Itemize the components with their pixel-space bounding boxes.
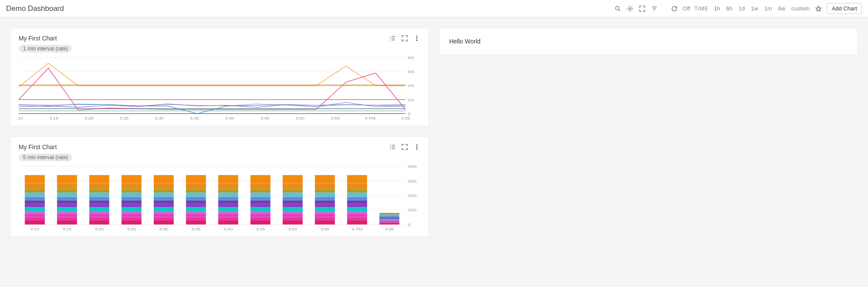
svg-point-13: [416, 36, 417, 37]
legend-icon[interactable]: [389, 34, 396, 42]
svg-rect-154: [251, 217, 271, 220]
svg-rect-147: [218, 200, 238, 204]
svg-rect-152: [218, 175, 238, 184]
svg-rect-177: [315, 220, 335, 224]
svg-rect-72: [25, 211, 45, 214]
svg-rect-106: [122, 217, 142, 220]
svg-rect-164: [251, 175, 271, 184]
star-icon[interactable]: [815, 5, 822, 13]
time-range-1m[interactable]: 1m: [763, 5, 773, 12]
svg-rect-79: [25, 184, 45, 189]
svg-text:3:30: 3:30: [159, 227, 168, 232]
more-icon[interactable]: [413, 143, 421, 151]
svg-rect-132: [186, 211, 206, 214]
svg-rect-111: [122, 200, 142, 204]
svg-rect-86: [57, 204, 77, 207]
page-title: Demo Dashboard: [6, 4, 64, 13]
topbar-actions: Off TIME 1h6h1d1w1m6wcustom Add Chart: [614, 3, 862, 14]
svg-rect-169: [283, 207, 303, 211]
svg-rect-78: [25, 189, 45, 192]
chart-title: My First Chart: [19, 35, 57, 42]
svg-rect-180: [315, 211, 335, 214]
svg-rect-115: [122, 184, 142, 189]
svg-rect-202: [380, 222, 399, 223]
fullscreen-icon[interactable]: [638, 5, 646, 13]
svg-rect-136: [186, 197, 206, 200]
svg-text:3:30: 3:30: [155, 116, 164, 121]
svg-rect-87: [57, 200, 77, 204]
svg-rect-93: [89, 220, 109, 224]
expand-icon[interactable]: [401, 143, 409, 151]
filter-icon[interactable]: [650, 5, 658, 13]
svg-rect-103: [89, 184, 109, 189]
svg-text:3:25: 3:25: [120, 116, 129, 121]
svg-rect-94: [89, 217, 109, 220]
chart-1-plot[interactable]: 8/s6/s4/s2/s03:103:153:203:253:303:353:4…: [19, 56, 421, 121]
chart-2-plot[interactable]: 80/s60/s40/s20/s03:103:153:203:253:303:3…: [19, 165, 421, 232]
svg-text:3:15: 3:15: [63, 227, 72, 232]
svg-rect-109: [122, 207, 142, 211]
svg-text:4:05: 4:05: [385, 227, 394, 232]
svg-marker-6: [816, 6, 821, 11]
svg-text:3:45: 3:45: [256, 227, 265, 232]
svg-rect-158: [251, 204, 271, 207]
svg-rect-80: [25, 175, 45, 184]
svg-rect-108: [122, 211, 142, 214]
svg-rect-187: [315, 184, 335, 189]
svg-rect-95: [89, 214, 109, 217]
svg-rect-145: [218, 207, 238, 211]
time-range-1d[interactable]: 1d: [738, 5, 746, 12]
svg-rect-205: [380, 219, 399, 220]
svg-text:4 PM: 4 PM: [365, 116, 376, 121]
refresh-state-label[interactable]: Off: [683, 5, 690, 12]
svg-text:40/s: 40/s: [408, 193, 417, 198]
svg-rect-98: [89, 204, 109, 207]
svg-text:4/s: 4/s: [408, 83, 414, 88]
chart-card-2: My First Chart 5 min interval (rate) 80/…: [10, 137, 429, 237]
time-range-custom[interactable]: custom: [791, 5, 811, 12]
svg-text:3:15: 3:15: [50, 116, 59, 121]
svg-text:3:10: 3:10: [30, 227, 40, 232]
time-range-1w[interactable]: 1w: [750, 5, 759, 12]
svg-rect-143: [218, 214, 238, 217]
svg-rect-100: [89, 197, 109, 200]
svg-rect-75: [25, 200, 45, 204]
svg-rect-133: [186, 207, 206, 211]
refresh-icon[interactable]: [670, 5, 678, 13]
svg-rect-113: [122, 193, 142, 197]
time-range-6w[interactable]: 6w: [777, 5, 786, 12]
add-chart-button[interactable]: Add Chart: [827, 3, 862, 14]
gear-icon[interactable]: [626, 5, 634, 13]
interval-pill[interactable]: 5 min interval (rate): [19, 154, 72, 161]
svg-rect-167: [283, 214, 303, 217]
search-icon[interactable]: [614, 5, 622, 13]
svg-rect-107: [122, 214, 142, 217]
time-range-6h[interactable]: 6h: [725, 5, 733, 12]
svg-text:3:35: 3:35: [190, 116, 199, 121]
svg-rect-126: [154, 189, 174, 192]
legend-icon[interactable]: [389, 143, 396, 151]
svg-rect-130: [186, 217, 206, 220]
svg-rect-182: [315, 204, 335, 207]
svg-text:3:45: 3:45: [261, 116, 270, 121]
svg-rect-92: [57, 175, 77, 184]
svg-rect-197: [347, 193, 367, 197]
svg-rect-178: [315, 217, 335, 220]
svg-rect-183: [315, 200, 335, 204]
svg-rect-131: [186, 214, 206, 217]
interval-pill[interactable]: 1 min interval (rate): [19, 45, 72, 53]
svg-text:4:05: 4:05: [401, 116, 410, 121]
svg-rect-204: [380, 220, 399, 221]
svg-rect-196: [347, 197, 367, 200]
svg-rect-122: [154, 204, 174, 207]
svg-rect-193: [347, 207, 367, 211]
topbar: Demo Dashboard Off TIME 1h6h1d1w1m6wcust…: [0, 0, 868, 17]
svg-rect-137: [186, 193, 206, 197]
expand-icon[interactable]: [401, 34, 409, 42]
svg-rect-151: [218, 184, 238, 189]
svg-rect-194: [347, 204, 367, 207]
svg-rect-138: [186, 189, 206, 192]
more-icon[interactable]: [413, 34, 421, 42]
svg-rect-90: [57, 189, 77, 192]
time-range-1h[interactable]: 1h: [713, 5, 721, 12]
